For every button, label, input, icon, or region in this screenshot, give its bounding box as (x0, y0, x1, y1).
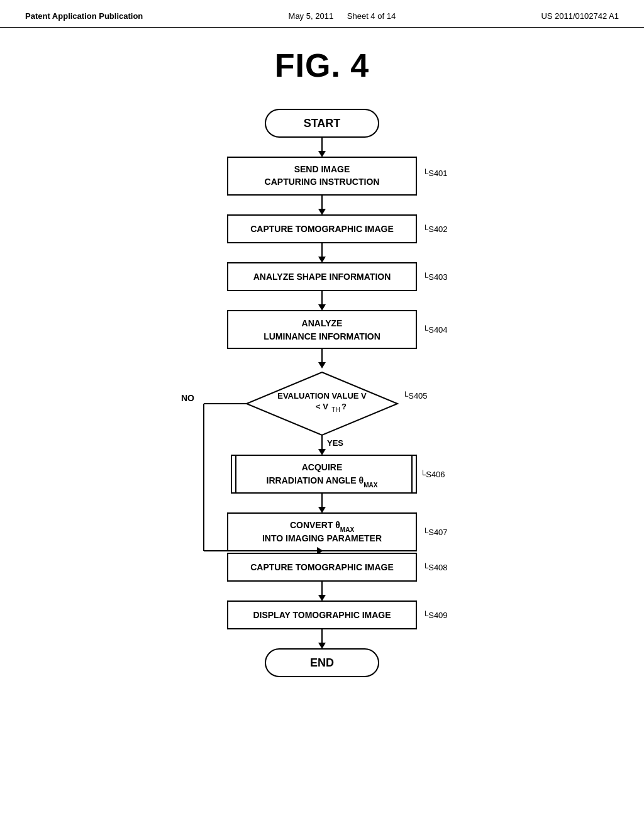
svg-text:LUMINANCE INFORMATION: LUMINANCE INFORMATION (264, 331, 380, 341)
svg-text:?: ? (341, 402, 347, 411)
svg-text:ANALYZE: ANALYZE (302, 318, 343, 328)
svg-rect-35 (231, 455, 416, 493)
svg-text:└S404: └S404 (423, 325, 448, 335)
svg-marker-62 (318, 643, 326, 649)
svg-text:TH: TH (331, 406, 340, 413)
svg-text:SEND IMAGE: SEND IMAGE (294, 164, 350, 174)
start-node: START (265, 109, 379, 137)
svg-text:└S407: └S407 (423, 528, 448, 537)
end-node: END (265, 649, 379, 677)
svg-text:└S405: └S405 (402, 391, 428, 401)
svg-marker-57 (318, 595, 326, 601)
svg-marker-14 (318, 257, 326, 263)
svg-rect-4 (228, 157, 416, 195)
svg-text:└S409: └S409 (423, 611, 448, 620)
main-content: FIG. 4 START SEND IMAGE CAPTURING INSTRU… (0, 28, 644, 795)
svg-text:└S401: └S401 (423, 169, 448, 178)
svg-rect-43 (228, 513, 416, 551)
svg-text:END: END (310, 656, 334, 669)
svg-text:└S402: └S402 (423, 224, 448, 234)
s404-node: ANALYZE LUMINANCE INFORMATION (228, 311, 416, 348)
header-right: US 2011/0102742 A1 (541, 11, 619, 21)
header-left: Patent Application Publication (25, 11, 143, 21)
svg-text:CAPTURE TOMOGRAPHIC IMAGE: CAPTURE TOMOGRAPHIC IMAGE (250, 562, 394, 572)
svg-text:CAPTURING INSTRUCTION: CAPTURING INSTRUCTION (265, 177, 380, 187)
svg-text:ACQUIRE: ACQUIRE (302, 462, 343, 472)
svg-text:DISPLAY TOMOGRAPHIC IMAGE: DISPLAY TOMOGRAPHIC IMAGE (253, 610, 391, 620)
svg-marker-42 (318, 507, 326, 513)
header-date: May 5, 2011 Sheet 4 of 14 (289, 11, 396, 21)
s403-node: ANALYZE SHAPE INFORMATION (228, 263, 416, 290)
svg-text:└S408: └S408 (423, 563, 448, 572)
svg-text:< V: < V (316, 402, 328, 411)
svg-text:YES: YES (327, 438, 343, 448)
svg-rect-20 (228, 311, 416, 348)
svg-marker-3 (318, 151, 326, 157)
s402-node: CAPTURE TOMOGRAPHIC IMAGE (228, 215, 416, 243)
s407-node: CONVERT θMAX INTO IMAGING PARAMETER (228, 513, 416, 551)
svg-text:EVALUATION VALUE V: EVALUATION VALUE V (277, 391, 367, 401)
svg-text:START: START (304, 117, 341, 130)
svg-text:NO: NO (181, 393, 194, 403)
page-header: Patent Application Publication May 5, 20… (0, 0, 644, 28)
s408-node: CAPTURE TOMOGRAPHIC IMAGE (228, 553, 416, 581)
flowchart-svg: START SEND IMAGE CAPTURING INSTRUCTION └… (133, 103, 511, 795)
svg-text:└S403: └S403 (423, 272, 448, 282)
svg-text:ANALYZE SHAPE INFORMATION: ANALYZE SHAPE INFORMATION (253, 272, 391, 282)
svg-text:INTO IMAGING PARAMETER: INTO IMAGING PARAMETER (262, 533, 382, 543)
svg-marker-9 (318, 209, 326, 215)
s406-node: ACQUIRE IRRADIATION ANGLE θMAX (231, 455, 416, 493)
svg-marker-25 (318, 362, 326, 368)
svg-text:└S406: └S406 (420, 470, 445, 479)
svg-text:CAPTURE TOMOGRAPHIC IMAGE: CAPTURE TOMOGRAPHIC IMAGE (250, 224, 394, 234)
svg-marker-34 (318, 449, 326, 455)
figure-title: FIG. 4 (275, 47, 369, 84)
svg-marker-19 (318, 304, 326, 311)
s401-node: SEND IMAGE CAPTURING INSTRUCTION (228, 157, 416, 195)
s409-node: DISPLAY TOMOGRAPHIC IMAGE (228, 601, 416, 629)
s405-node: EVALUATION VALUE V < V TH ? (247, 372, 397, 435)
